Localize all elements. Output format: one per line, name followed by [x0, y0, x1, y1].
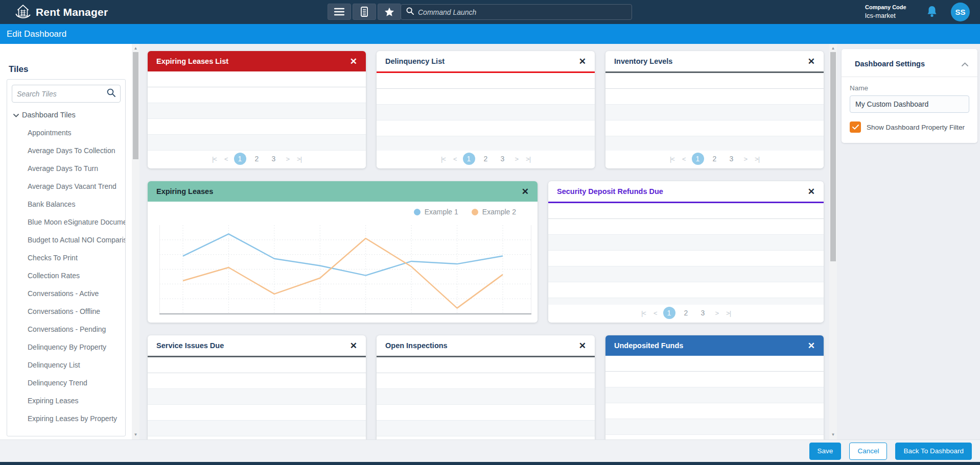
tile-header[interactable]: Service Issues Due ✕: [148, 335, 366, 356]
pagination-page-2[interactable]: 2: [480, 153, 492, 165]
sidebar-item-delinquency-list[interactable]: Delinquency List: [7, 356, 125, 374]
legend-entry-example-1[interactable]: Example 1: [414, 208, 458, 216]
close-icon[interactable]: ✕: [350, 57, 357, 66]
legend-entry-example-2[interactable]: Example 2: [472, 208, 516, 216]
pagination-page-3[interactable]: 3: [697, 307, 709, 319]
tile-undeposited-funds[interactable]: Undeposited Funds ✕: [605, 335, 824, 439]
pagination-prev-button[interactable]: <: [681, 155, 687, 163]
sidebar-item-conversations-offline[interactable]: Conversations - Offline: [7, 302, 125, 320]
sidebar-item-average-days-to-turn[interactable]: Average Days To Turn: [7, 159, 125, 177]
sidebar-item-collection-rates[interactable]: Collection Rates: [7, 266, 125, 284]
save-button[interactable]: Save: [809, 443, 842, 460]
close-icon[interactable]: ✕: [350, 341, 357, 350]
pagination-next-button[interactable]: >: [285, 155, 291, 163]
favorites-star-button[interactable]: [378, 4, 401, 20]
sidebar-tree-root[interactable]: Dashboard Tiles: [7, 106, 125, 124]
close-icon[interactable]: ✕: [808, 57, 815, 66]
tile-header[interactable]: Expiring Leases List ✕: [148, 51, 366, 71]
pagination-first-button[interactable]: |<: [211, 155, 218, 163]
pagination-next-button[interactable]: >: [742, 155, 749, 163]
tile-header[interactable]: Undeposited Funds ✕: [605, 335, 824, 356]
pagination-first-button[interactable]: |<: [640, 309, 647, 317]
pagination-next-button[interactable]: >: [514, 155, 520, 163]
chevron-down-icon[interactable]: [13, 111, 19, 119]
sidebar-scrollbar-thumb[interactable]: [133, 52, 138, 159]
tile-delinquency-list[interactable]: Delinquency List ✕ |<<123>>|: [377, 51, 595, 168]
tile-header[interactable]: Delinquency List ✕: [377, 51, 595, 71]
notifications-bell-icon[interactable]: [926, 6, 938, 20]
pagination-page-3[interactable]: 3: [268, 153, 280, 165]
pagination-page-2[interactable]: 2: [680, 307, 692, 319]
sidebar-item-blue-moon-esignature-documents[interactable]: Blue Moon eSignature Documents: [7, 213, 125, 231]
tile-grid-header-row: [377, 357, 595, 373]
recent-list-button[interactable]: [353, 4, 376, 20]
sidebar-item-average-days-to-collection[interactable]: Average Days To Collection: [7, 141, 125, 159]
show-property-filter-checkbox[interactable]: [850, 121, 861, 133]
chevron-up-icon[interactable]: [962, 59, 968, 68]
sidebar-item-checks-to-print[interactable]: Checks To Print: [7, 249, 125, 266]
tiles-search-input[interactable]: [17, 90, 107, 98]
sidebar-item-expiring-leases-by-property[interactable]: Expiring Leases by Property: [7, 409, 125, 427]
pagination-page-1[interactable]: 1: [463, 153, 475, 165]
dashboard-name-input[interactable]: [850, 95, 969, 113]
tile-expiring-leases-list[interactable]: Expiring Leases List ✕ |<<123>>|: [148, 51, 366, 168]
pagination-last-button[interactable]: >|: [524, 155, 532, 163]
scroll-up-icon[interactable]: ▲: [829, 45, 837, 52]
close-icon[interactable]: ✕: [579, 57, 586, 66]
sidebar-item-appointments[interactable]: Appointments: [7, 124, 125, 141]
tile-inventory-levels[interactable]: Inventory Levels ✕ |<<123>>|: [605, 51, 824, 168]
sidebar-item-delinquency-by-property[interactable]: Delinquency By Property: [7, 338, 125, 356]
close-icon[interactable]: ✕: [522, 187, 529, 196]
pagination-prev-button[interactable]: <: [652, 309, 659, 317]
command-launch-input[interactable]: [418, 8, 626, 16]
tile-header[interactable]: Expiring Leases ✕: [148, 181, 538, 202]
pagination-last-button[interactable]: >|: [753, 155, 761, 163]
pagination-prev-button[interactable]: <: [223, 155, 229, 163]
pagination-page-3[interactable]: 3: [726, 153, 738, 165]
pagination-first-button[interactable]: |<: [668, 155, 676, 163]
sidebar-item-expiring-leases[interactable]: Expiring Leases: [7, 391, 125, 409]
close-icon[interactable]: ✕: [808, 187, 815, 196]
sidebar-scrollbar[interactable]: ▲ ▼: [132, 44, 139, 439]
scroll-down-icon[interactable]: ▼: [132, 431, 139, 438]
scroll-down-icon[interactable]: ▼: [829, 431, 837, 438]
search-icon[interactable]: [107, 88, 115, 99]
pagination-page-1[interactable]: 1: [663, 307, 675, 319]
tiles-search-box[interactable]: [12, 85, 121, 103]
user-avatar[interactable]: SS: [951, 3, 970, 21]
scroll-up-icon[interactable]: ▲: [132, 45, 139, 52]
tile-expiring-leases-chart[interactable]: Expiring Leases ✕ Example 1Example 2: [148, 181, 538, 323]
main-scrollbar-thumb[interactable]: [830, 52, 836, 261]
sidebar-item-conversations-pending[interactable]: Conversations - Pending: [7, 320, 125, 338]
sidebar-item-bank-balances[interactable]: Bank Balances: [7, 195, 125, 213]
pagination-last-button[interactable]: >|: [725, 309, 732, 317]
hamburger-menu-button[interactable]: [328, 4, 351, 20]
cancel-button[interactable]: Cancel: [849, 443, 887, 460]
tile-security-deposit-refunds-due[interactable]: Security Deposit Refunds Due ✕ |<<123>>|: [548, 181, 824, 323]
tile-service-issues-due[interactable]: Service Issues Due ✕: [148, 335, 366, 439]
pagination-page-1[interactable]: 1: [692, 153, 704, 165]
tile-header[interactable]: Open Inspections ✕: [377, 335, 595, 356]
tile-header[interactable]: Inventory Levels ✕: [605, 51, 824, 71]
back-to-dashboard-button[interactable]: Back To Dashboard: [895, 443, 972, 460]
command-launch-search[interactable]: [401, 4, 632, 20]
brand[interactable]: Rent Manager: [14, 3, 108, 21]
main-scrollbar[interactable]: ▲ ▼: [829, 44, 837, 439]
pagination-page-2[interactable]: 2: [709, 153, 721, 165]
pagination-prev-button[interactable]: <: [452, 155, 458, 163]
sidebar-item-budget-to-actual-noi-comparison[interactable]: Budget to Actual NOI Comparison: [7, 231, 125, 249]
pagination-page-1[interactable]: 1: [234, 153, 246, 165]
sidebar-item-delinquency-trend[interactable]: Delinquency Trend: [7, 374, 125, 391]
close-icon[interactable]: ✕: [579, 341, 586, 350]
pagination-first-button[interactable]: |<: [439, 155, 447, 163]
close-icon[interactable]: ✕: [808, 341, 815, 350]
sidebar-item-average-days-vacant-trend[interactable]: Average Days Vacant Trend: [7, 177, 125, 195]
sidebar-item-conversations-active[interactable]: Conversations - Active: [7, 284, 125, 302]
tile-open-inspections[interactable]: Open Inspections ✕: [377, 335, 595, 439]
pagination-next-button[interactable]: >: [714, 309, 720, 317]
pagination-page-3[interactable]: 3: [497, 153, 509, 165]
pagination-last-button[interactable]: >|: [295, 155, 303, 163]
chart-body: Example 1Example 2: [148, 202, 538, 323]
pagination-page-2[interactable]: 2: [251, 153, 263, 165]
tile-header[interactable]: Security Deposit Refunds Due ✕: [548, 181, 824, 202]
